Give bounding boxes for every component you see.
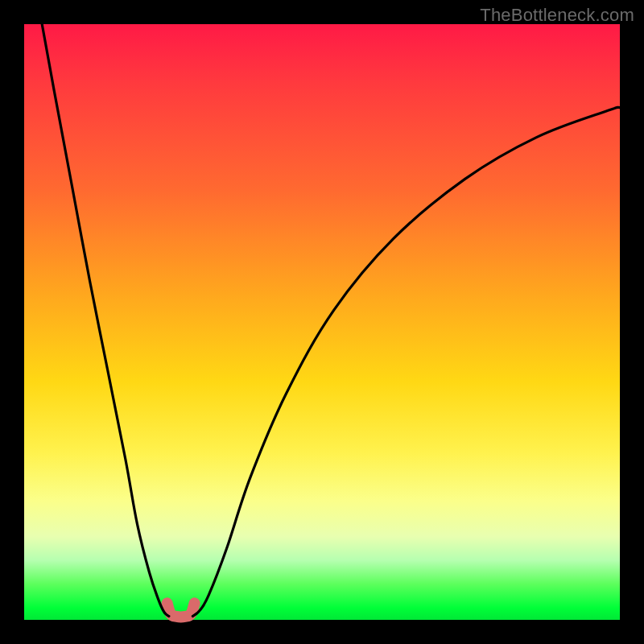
bottom-marker: [167, 603, 195, 617]
curve-left-branch: [42, 24, 169, 617]
curve-right-branch: [192, 107, 620, 616]
chart-frame: TheBottleneck.com: [0, 0, 644, 644]
plot-area: [24, 24, 620, 620]
curve-svg: [24, 24, 620, 620]
watermark-text: TheBottleneck.com: [480, 5, 634, 26]
